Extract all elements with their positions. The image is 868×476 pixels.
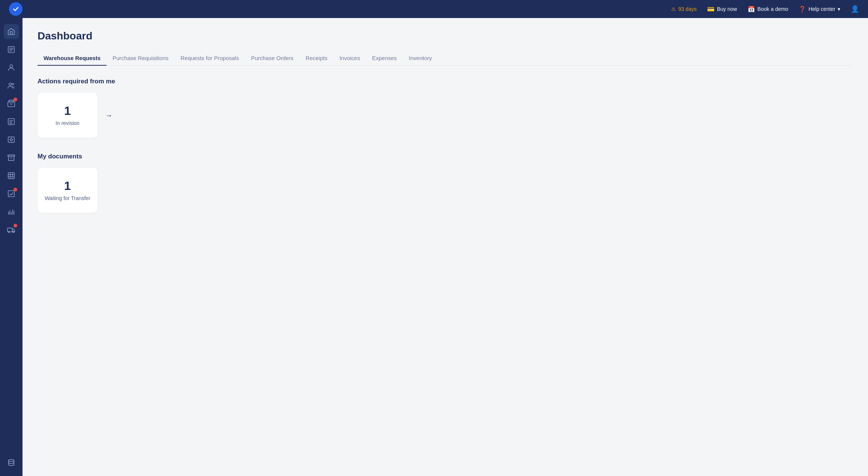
sidebar-item-home[interactable] (4, 24, 19, 39)
sidebar-item-truck[interactable] (4, 222, 19, 237)
svg-rect-9 (8, 173, 15, 179)
bag-badge (14, 98, 17, 101)
actions-section-title: Actions required from me (38, 78, 853, 85)
tab-warehouse-requests[interactable]: Warehouse Requests (38, 51, 107, 66)
tab-requests-for-proposals[interactable]: Requests for Proposals (174, 51, 245, 66)
sidebar-item-bag[interactable] (4, 96, 19, 111)
tab-invoices[interactable]: Invoices (333, 51, 366, 66)
help-center-button[interactable]: ❓ Help center ▾ (799, 6, 840, 13)
tabs-bar: Warehouse Requests Purchase Requisitions… (38, 51, 853, 66)
user-icon: 👤 (851, 5, 859, 13)
svg-point-2 (9, 83, 11, 85)
chevron-down-icon: ▾ (838, 6, 840, 12)
logo[interactable] (9, 2, 23, 16)
actions-cards: 1 In revision (38, 93, 98, 138)
truck-badge (14, 224, 17, 227)
warning-icon: ⚠ (671, 6, 676, 12)
sidebar-item-table[interactable] (4, 168, 19, 183)
topbar: ⚠ 93 days 💳 Buy now 📅 Book a demo ❓ Help… (0, 0, 868, 18)
sidebar (0, 18, 23, 476)
sidebar-item-users[interactable] (4, 78, 19, 93)
svg-point-3 (12, 83, 14, 85)
waiting-label: Waiting for Transfer (45, 195, 90, 201)
sidebar-item-list[interactable] (4, 114, 19, 129)
book-demo-button[interactable]: 📅 Book a demo (748, 6, 788, 13)
user-avatar[interactable]: 👤 (851, 5, 859, 13)
waiting-for-transfer-card[interactable]: 1 Waiting for Transfer (38, 168, 98, 213)
svg-point-7 (10, 139, 12, 141)
tab-receipts[interactable]: Receipts (300, 51, 333, 66)
sidebar-item-vault[interactable] (4, 132, 19, 147)
svg-point-14 (9, 459, 14, 462)
main-layout: Dashboard Warehouse Requests Purchase Re… (0, 18, 868, 476)
book-demo-icon: 📅 (748, 6, 755, 13)
in-revision-card[interactable]: 1 In revision (38, 93, 98, 138)
tab-purchase-orders[interactable]: Purchase Orders (245, 51, 299, 66)
documents-section-title: My documents (38, 153, 853, 160)
in-revision-count: 1 (64, 104, 71, 117)
in-revision-label: In revision (56, 120, 80, 126)
svg-rect-11 (8, 228, 12, 232)
sidebar-item-db[interactable] (4, 455, 19, 470)
analytics-badge (14, 188, 17, 191)
tab-inventory[interactable]: Inventory (403, 51, 438, 66)
buy-now-icon: 💳 (707, 6, 715, 13)
sidebar-item-orders[interactable] (4, 42, 19, 57)
svg-point-1 (10, 65, 12, 68)
sidebar-item-contacts[interactable] (4, 60, 19, 75)
waiting-count: 1 (64, 179, 71, 193)
sidebar-item-chart[interactable] (4, 204, 19, 219)
page-title: Dashboard (38, 30, 853, 42)
tab-expenses[interactable]: Expenses (366, 51, 403, 66)
svg-rect-5 (8, 119, 15, 125)
arrow-icon: → (102, 111, 116, 120)
buy-now-button[interactable]: 💳 Buy now (707, 6, 737, 13)
content-area: Dashboard Warehouse Requests Purchase Re… (23, 18, 868, 476)
sidebar-item-analytics[interactable] (4, 186, 19, 201)
svg-rect-10 (8, 191, 15, 197)
tab-purchase-requisitions[interactable]: Purchase Requisitions (107, 51, 174, 66)
trial-warning[interactable]: ⚠ 93 days (671, 6, 697, 12)
help-icon: ❓ (799, 6, 806, 13)
documents-cards: 1 Waiting for Transfer (38, 168, 853, 213)
topbar-logo-area (9, 2, 23, 16)
sidebar-item-archive[interactable] (4, 150, 19, 165)
svg-rect-8 (8, 155, 15, 157)
